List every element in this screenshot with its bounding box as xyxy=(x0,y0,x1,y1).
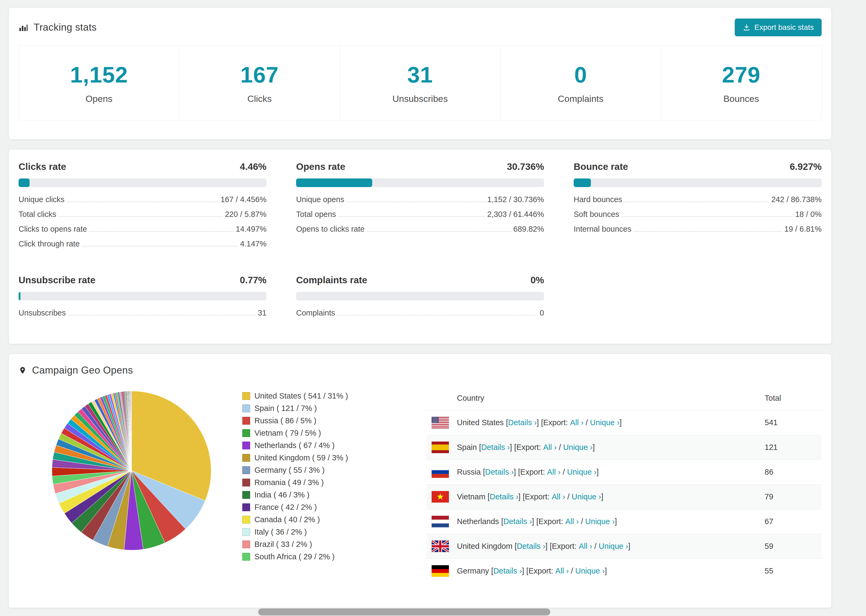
export-all-link[interactable]: All › xyxy=(547,468,561,476)
legend-item-spain: Spain ( 121 / 7% ) xyxy=(242,404,348,413)
rate-value: 6.927% xyxy=(790,161,822,172)
legend-label: Germany ( 55 / 3% ) xyxy=(254,466,324,475)
country-name: Spain xyxy=(457,443,477,452)
rate-title: Unsubscribe rate xyxy=(19,275,96,285)
rate-value: 0% xyxy=(531,275,544,285)
rate-row-value: 4.147% xyxy=(240,239,266,248)
rates-card: Clicks rate4.46%Unique clicks167 / 4.456… xyxy=(9,149,831,344)
ru-flag-icon xyxy=(431,466,449,478)
legend-item-united-states: United States ( 541 / 31% ) xyxy=(242,391,348,401)
details-link[interactable]: Details › xyxy=(504,517,532,526)
legend-item-canada: Canada ( 40 / 2% ) xyxy=(242,515,348,524)
us-flag-icon xyxy=(431,417,449,428)
rate-block-clicks-rate: Clicks rate4.46%Unique clicks167 / 4.456… xyxy=(19,161,266,254)
legend-swatch xyxy=(242,454,250,462)
stat-value: 31 xyxy=(340,63,500,86)
dotted-leader xyxy=(621,216,793,217)
legend-label: Spain ( 121 / 7% ) xyxy=(254,404,317,413)
rate-row-label: Unique clicks xyxy=(19,195,65,204)
legend-label: Romania ( 49 / 3% ) xyxy=(254,478,324,487)
rate-row-label: Unsubscribes xyxy=(19,308,66,317)
country-total: 86 xyxy=(765,460,822,485)
export-unique-link[interactable]: Unique › xyxy=(585,517,615,526)
export-unique-link[interactable]: Unique › xyxy=(572,492,601,501)
country-cell: Germany [Details ›] [Export: All › / Uni… xyxy=(426,565,765,577)
geo-table-row-spain: Spain [Details ›] [Export: All › / Uniqu… xyxy=(426,435,822,460)
legend-swatch xyxy=(242,479,250,486)
country-name: Germany xyxy=(457,567,489,575)
stat-value: 279 xyxy=(661,63,821,86)
rate-title: Complaints rate xyxy=(296,275,367,285)
export-unique-link[interactable]: Unique › xyxy=(590,418,620,427)
rate-head: Bounce rate6.927% xyxy=(574,161,822,172)
export-all-link[interactable]: All › xyxy=(543,443,557,452)
export-unique-link[interactable]: Unique › xyxy=(563,443,593,452)
details-link[interactable]: Details › xyxy=(493,567,522,575)
legend-swatch xyxy=(242,404,250,412)
stat-label: Bounces xyxy=(661,94,821,104)
details-link[interactable]: Details › xyxy=(485,468,514,476)
progress-bar xyxy=(296,292,544,300)
details-link[interactable]: Details › xyxy=(508,418,537,427)
export-unique-link[interactable]: Unique › xyxy=(575,567,605,575)
progress-fill xyxy=(19,178,30,187)
rate-block-bounce-rate: Bounce rate6.927%Hard bounces242 / 86.73… xyxy=(574,161,822,254)
stat-label: Clicks xyxy=(179,94,340,104)
rate-title: Clicks rate xyxy=(19,161,66,172)
stat-value: 167 xyxy=(179,63,340,86)
rate-row-label: Unique opens xyxy=(296,195,344,204)
country-column-header: Country xyxy=(426,386,765,410)
export-all-link[interactable]: All › xyxy=(570,418,584,427)
export-unique-link[interactable]: Unique › xyxy=(599,542,628,551)
legend-swatch xyxy=(242,392,250,400)
legend-label: Russia ( 86 / 5% ) xyxy=(254,416,316,425)
legend-swatch xyxy=(242,541,250,548)
legend-swatch xyxy=(242,516,250,523)
legend-label: Vietnam ( 79 / 5% ) xyxy=(254,429,321,438)
rate-value: 4.46% xyxy=(240,161,266,172)
rate-row-value: 18 / 0% xyxy=(795,210,822,219)
details-link[interactable]: Details › xyxy=(516,542,545,551)
bar-chart-icon xyxy=(19,23,28,32)
legend-swatch xyxy=(242,553,250,561)
rate-row-value: 31 xyxy=(258,308,266,317)
rate-value: 0.77% xyxy=(240,275,266,285)
export-all-link[interactable]: All › xyxy=(565,517,579,526)
stat-value: 1,152 xyxy=(19,63,179,86)
rate-head: Opens rate30.736% xyxy=(296,161,544,172)
dotted-leader xyxy=(67,201,218,202)
geo-table-row-vietnam: Vietnam [Details ›] [Export: All › / Uni… xyxy=(426,485,822,509)
geo-opens-title-text: Campaign Geo Opens xyxy=(32,365,133,376)
export-all-link[interactable]: All › xyxy=(552,492,565,501)
rate-rows: Unique clicks167 / 4.456%Total clicks220… xyxy=(19,195,266,248)
stat-box-clicks: 167Clicks xyxy=(179,46,340,120)
rate-row-value: 2,303 / 61.446% xyxy=(487,210,544,219)
legend-item-italy: Italy ( 36 / 2% ) xyxy=(242,528,348,536)
progress-bar xyxy=(19,292,266,300)
progress-fill xyxy=(574,178,591,187)
country-cell: United Kingdom [Details ›] [Export: All … xyxy=(426,541,765,552)
horizontal-scrollbar-thumb[interactable] xyxy=(258,608,550,616)
es-flag-icon xyxy=(431,442,449,453)
legend-item-south-africa: South Africa ( 29 / 2% ) xyxy=(242,552,348,561)
details-link[interactable]: Details › xyxy=(490,492,518,501)
rate-rows: Unique opens1,152 / 30.736%Total opens2,… xyxy=(296,195,544,234)
export-unique-link[interactable]: Unique › xyxy=(567,468,597,476)
export-all-link[interactable]: All › xyxy=(579,542,592,551)
export-all-link[interactable]: All › xyxy=(555,567,569,575)
rate-rows: Unsubscribes31 xyxy=(19,308,266,317)
legend-swatch xyxy=(242,491,250,499)
legend-swatch xyxy=(242,429,250,437)
country-name: United Kingdom xyxy=(457,542,512,551)
legend-item-india: India ( 46 / 3% ) xyxy=(242,490,348,499)
legend-swatch xyxy=(242,417,250,425)
rate-row: Clicks to opens rate14.497% xyxy=(19,225,266,234)
details-link[interactable]: Details › xyxy=(481,443,510,452)
stat-value: 0 xyxy=(501,63,661,86)
rate-row-label: Complaints xyxy=(296,308,335,317)
export-basic-stats-button[interactable]: Export basic stats xyxy=(735,19,822,36)
dotted-leader xyxy=(346,201,485,202)
geo-opens-header: Campaign Geo Opens xyxy=(9,354,831,383)
rate-row-value: 689.82% xyxy=(513,225,544,234)
progress-bar xyxy=(574,178,822,187)
